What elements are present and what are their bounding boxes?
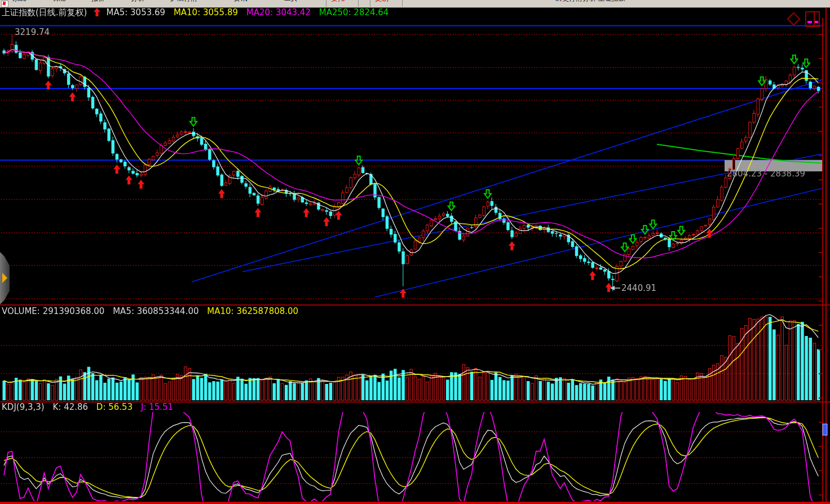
menu-item-quotes[interactable]: 报价 xyxy=(91,0,105,3)
kdj-pane-header: KDJ(9,3,3) K: 42.86 D: 56.53 J: 15.51 xyxy=(2,402,179,412)
panel-layout-icon[interactable] xyxy=(805,11,820,27)
app-icon xyxy=(1,1,8,7)
trading-app-window: 系统 功能 报价 分析 扩展行情 资讯 工具 委托 交易 历史行情分析 上证指数… xyxy=(0,0,830,504)
ma10-value: MA10: 3055.89 xyxy=(174,7,238,17)
volume-ma5-value: MA5: 360853344.00 xyxy=(113,306,198,316)
symbol-title: 上证指数(日线.前复权) xyxy=(2,7,87,17)
expand-triangle-icon xyxy=(2,273,7,283)
kdj-j-value: J: 15.51 xyxy=(141,402,173,412)
volume-value: VOLUME: 291390368.00 xyxy=(2,306,104,316)
volume-ma10-value: MA10: 362587808.00 xyxy=(207,306,298,316)
menu-button-trade-entrust[interactable]: 委托 xyxy=(326,0,359,7)
low-price-label: 2440.91 xyxy=(621,283,656,293)
ma5-value: MA5: 3053.69 xyxy=(106,7,165,17)
menu-item-system[interactable]: 系统 xyxy=(12,0,26,3)
ma250-value: MA250: 2824.64 xyxy=(319,7,389,17)
menu-item-analysis[interactable]: 分析 xyxy=(131,0,144,3)
menu-item-function[interactable]: 功能 xyxy=(52,0,65,3)
peak-price-label: 3219.74 xyxy=(15,27,50,37)
volume-pane-header: VOLUME: 291390368.00 MA5: 360853344.00 M… xyxy=(2,306,304,316)
menu-button-trade[interactable]: 交易 xyxy=(370,0,403,7)
menu-item-tools[interactable]: 工具 xyxy=(284,0,298,3)
chart-canvas[interactable] xyxy=(0,0,830,504)
kdj-k-value: K: 42.86 xyxy=(52,402,88,412)
main-chart-header: 上证指数(日线.前复权)MA5: 3053.69 MA10: 3055.89 M… xyxy=(2,7,394,19)
menu-item-extended[interactable]: 扩展行情 xyxy=(170,0,197,3)
kdj-d-value: D: 56.53 xyxy=(96,402,133,412)
up-arrow-icon xyxy=(94,8,100,19)
menubar-title: 历史行情分析 上证指数 xyxy=(555,0,625,3)
menubar: 系统 功能 报价 分析 扩展行情 资讯 工具 委托 交易 历史行情分析 上证指数 xyxy=(0,0,830,8)
menu-item-news[interactable]: 资讯 xyxy=(233,0,247,3)
gap-range-label: 2804.23 - 2838.39 xyxy=(727,169,805,179)
kdj-name: KDJ(9,3,3) xyxy=(2,402,45,412)
ma20-value: MA20: 3043.42 xyxy=(246,7,311,17)
